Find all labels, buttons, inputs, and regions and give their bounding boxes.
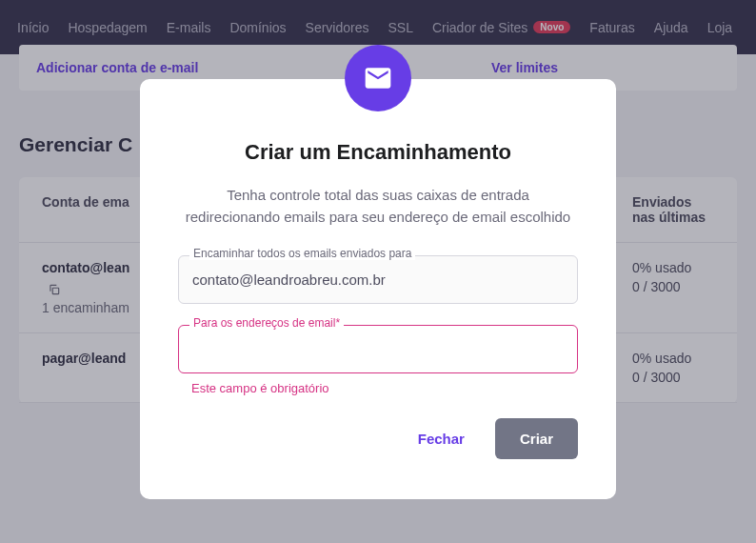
- from-email-group: Encaminhar todos os emails enviados para: [178, 255, 578, 304]
- from-email-label: Encaminhar todos os emails enviados para: [189, 247, 415, 260]
- mail-icon: [345, 45, 411, 111]
- close-button[interactable]: Fechar: [395, 419, 487, 458]
- create-forwarding-modal: Criar um Encaminhamento Tenha controle t…: [140, 79, 616, 499]
- modal-title: Criar um Encaminhamento: [178, 140, 578, 165]
- from-email-input[interactable]: [178, 255, 578, 304]
- to-email-group: Para os endereços de email*: [178, 325, 578, 373]
- create-button[interactable]: Criar: [495, 418, 578, 459]
- to-email-input[interactable]: [178, 325, 578, 373]
- modal-actions: Fechar Criar: [178, 418, 578, 459]
- modal-description: Tenha controle total das suas caixas de …: [178, 184, 578, 229]
- to-email-error: Este campo é obrigatório: [191, 381, 578, 395]
- to-email-label: Para os endereços de email*: [189, 316, 344, 330]
